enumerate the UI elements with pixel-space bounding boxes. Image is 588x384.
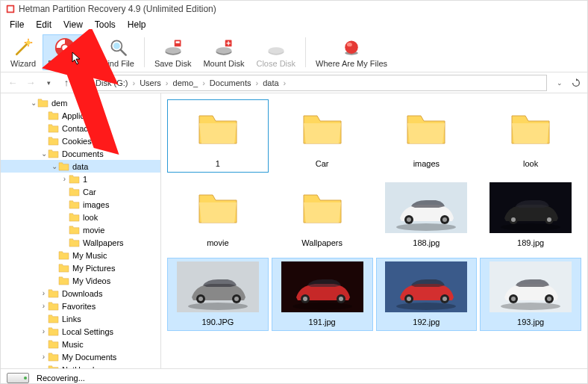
tree-item[interactable]: Applicat xyxy=(1,109,160,122)
expand-icon[interactable]: › xyxy=(40,289,48,297)
breadcrumb-item[interactable]: data xyxy=(261,78,280,87)
collapse-icon[interactable]: ⌄ xyxy=(50,162,58,170)
expand-icon[interactable]: › xyxy=(40,302,48,310)
up-button[interactable]: ↑ xyxy=(59,75,74,90)
file-tile[interactable]: 192.jpg xyxy=(376,258,478,331)
tree-item[interactable]: My Videos xyxy=(1,274,160,287)
breadcrumb[interactable]: … Disk (G:)›Users›demo_›Documents›data› xyxy=(80,75,547,91)
folder-tile[interactable]: Wallpapers xyxy=(272,179,373,252)
file-tile[interactable]: 189.jpg xyxy=(480,179,581,252)
folder-icon xyxy=(48,314,59,323)
svg-point-46 xyxy=(407,297,411,301)
tree-item[interactable]: ⌄Documents xyxy=(1,147,160,160)
wizard-button[interactable]: Wizard xyxy=(5,34,41,70)
tree-item[interactable]: images xyxy=(1,198,160,211)
tree-label: movie xyxy=(83,226,104,235)
menu-file[interactable]: File xyxy=(4,18,30,31)
svg-point-8 xyxy=(165,47,181,54)
wand-icon xyxy=(12,37,34,59)
folder-icon xyxy=(58,263,69,273)
file-tile[interactable]: 190.JPG xyxy=(167,258,269,331)
find-label: Find File xyxy=(103,59,134,68)
back-button[interactable]: ← xyxy=(5,75,20,90)
folder-tile[interactable]: 1 xyxy=(167,99,269,173)
tree-label: My Pictures xyxy=(72,264,115,273)
folder-tile[interactable]: images xyxy=(376,99,478,173)
tree-item[interactable]: look xyxy=(1,211,160,223)
folder-tile[interactable]: look xyxy=(480,99,581,173)
tree-item[interactable]: ›My Documents xyxy=(1,350,160,363)
tree-label: Favorites xyxy=(62,302,96,311)
tree-label: Car xyxy=(83,188,96,196)
file-tile[interactable]: 193.jpg xyxy=(480,258,581,331)
tree-item[interactable]: My Pictures xyxy=(1,261,160,274)
disk-mount-icon xyxy=(213,37,235,59)
title-bar: Hetman Partition Recovery 4.9 (Unlimited… xyxy=(1,1,587,17)
file-tile[interactable]: 188.jpg xyxy=(376,179,478,252)
tree-item[interactable]: Car xyxy=(1,185,160,198)
save-disk-button[interactable]: Save Disk xyxy=(149,34,197,70)
folder-icon xyxy=(58,161,69,171)
tree-item[interactable]: ›1 xyxy=(1,173,160,185)
breadcrumb-item[interactable]: Users xyxy=(138,78,163,87)
tree-item[interactable]: Contacts xyxy=(1,122,160,134)
forward-button[interactable]: → xyxy=(23,75,38,90)
menu-view[interactable]: View xyxy=(57,18,89,31)
tree-label: Applicat xyxy=(62,111,91,120)
breadcrumb-item[interactable]: Disk (G:) xyxy=(94,78,129,87)
tree-item[interactable]: NetHood xyxy=(1,363,160,368)
collapse-icon[interactable]: ⌄ xyxy=(40,149,48,158)
svg-point-42 xyxy=(339,297,343,301)
menu-tools[interactable]: Tools xyxy=(89,18,122,31)
svg-point-20 xyxy=(396,223,456,231)
expand-icon[interactable]: › xyxy=(40,353,48,361)
folder-tile[interactable]: Car xyxy=(272,99,373,173)
folder-icon xyxy=(281,103,363,154)
tile-label: movie xyxy=(204,238,231,248)
expand-icon[interactable]: › xyxy=(60,175,69,183)
search-icon xyxy=(107,37,130,59)
disk-save-icon xyxy=(162,37,184,59)
tree-item[interactable]: ⌄data xyxy=(1,160,160,173)
breadcrumb-item[interactable]: Documents xyxy=(208,78,253,87)
history-button[interactable]: ▾ xyxy=(41,75,56,90)
file-pane[interactable]: 1CarimageslookmovieWallpapers188.jpg189.… xyxy=(161,93,587,368)
dropdown-icon[interactable]: ⌄ xyxy=(553,76,566,90)
svg-point-17 xyxy=(345,40,358,54)
tree-item[interactable]: Links xyxy=(1,312,160,325)
folder-icon xyxy=(37,98,49,108)
toolbar: Wizard Recovery Find File Save Disk Moun… xyxy=(1,32,587,72)
tree-item[interactable]: movie xyxy=(1,223,160,236)
svg-point-36 xyxy=(234,297,239,301)
folder-tile[interactable]: movie xyxy=(167,179,269,252)
tree-item[interactable]: My Music xyxy=(1,249,160,261)
folder-icon xyxy=(385,103,467,154)
tree-item[interactable]: Wallpapers xyxy=(1,236,160,249)
find-file-button[interactable]: Find File xyxy=(98,34,140,70)
tile-label: look xyxy=(520,158,541,169)
tree-item[interactable]: ⌄dem xyxy=(1,96,160,109)
tile-label: 193.jpg xyxy=(514,317,547,327)
svg-point-15 xyxy=(268,47,284,54)
mount-disk-button[interactable]: Mount Disk xyxy=(198,34,249,70)
tree-item[interactable]: ›Favorites xyxy=(1,300,160,312)
svg-point-4 xyxy=(62,44,69,51)
recovery-button[interactable]: Recovery xyxy=(43,34,87,70)
file-tile[interactable]: 191.jpg xyxy=(272,258,373,331)
tree-item[interactable]: Music xyxy=(1,338,160,350)
tree-item[interactable]: ›Downloads xyxy=(1,287,160,300)
mount-label: Mount Disk xyxy=(203,59,244,68)
menu-help[interactable]: Help xyxy=(122,18,152,31)
folder-tree[interactable]: ⌄demApplicatContactsCookies⌄Documents⌄da… xyxy=(1,93,161,368)
tree-item[interactable]: ›Local Settings xyxy=(1,325,160,338)
where-files-button[interactable]: Where Are My Files xyxy=(310,34,392,70)
tree-item[interactable]: Cookies xyxy=(1,134,160,147)
folder-icon xyxy=(48,288,59,298)
refresh-icon[interactable] xyxy=(569,76,583,90)
folder-icon xyxy=(69,212,80,222)
menu-edit[interactable]: Edit xyxy=(30,18,57,31)
breadcrumb-item[interactable]: demo_ xyxy=(172,78,200,87)
menu-bar: FileEditViewToolsHelp xyxy=(1,17,587,32)
expand-icon[interactable]: › xyxy=(40,327,48,335)
collapse-icon[interactable]: ⌄ xyxy=(29,99,37,107)
